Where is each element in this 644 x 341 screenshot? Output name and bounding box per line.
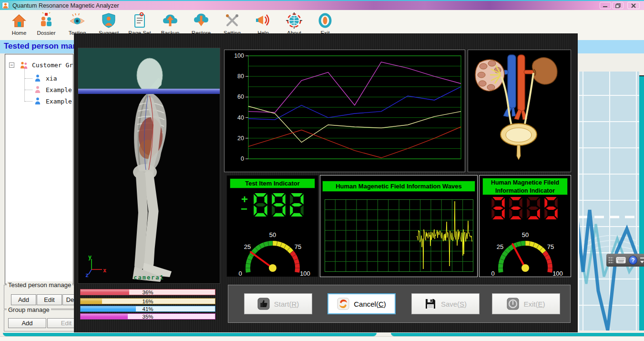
drag-handle-icon[interactable] xyxy=(608,257,613,264)
app-icon xyxy=(2,2,9,9)
progress-bar-3: 41% xyxy=(80,306,215,312)
progress-stack: 36%16%41%35% xyxy=(80,287,216,325)
floppy-icon xyxy=(424,298,437,310)
close-button[interactable] xyxy=(627,2,640,9)
tree-connector-stub xyxy=(25,78,32,79)
action-button-label: Start(R) xyxy=(274,300,299,308)
progress-bar-2: 16% xyxy=(80,298,215,304)
page-set-icon xyxy=(131,12,148,29)
svg-text:50: 50 xyxy=(522,231,529,238)
testing-icon xyxy=(69,12,86,29)
progress-bar-4: 35% xyxy=(80,313,215,320)
svg-text:75: 75 xyxy=(547,243,554,250)
suggest-icon xyxy=(100,12,117,29)
tree-connector-stub xyxy=(25,101,32,102)
action-button-label: Exit(E) xyxy=(523,300,545,308)
svg-text:0: 0 xyxy=(491,270,494,277)
action-button-label: Save(S) xyxy=(441,300,467,308)
customer-group-icon xyxy=(20,62,28,71)
language-bar-options-icon[interactable] xyxy=(640,261,644,263)
window-background-right xyxy=(578,53,644,72)
magnetic-waveform xyxy=(325,199,473,274)
tree-item-label: Example xyxy=(46,98,72,105)
toolbar-item-dossier[interactable]: Dossier xyxy=(32,12,61,39)
progress-label: 36% xyxy=(81,289,215,295)
restore-icon xyxy=(193,12,210,29)
cancel-button[interactable]: Cancel(C) xyxy=(327,293,396,314)
home-icon xyxy=(10,12,28,29)
screen: Quantum Resonance Magnetic Analyzer Home… xyxy=(0,0,644,341)
human-body-model xyxy=(78,48,220,284)
save-button[interactable]: Save(S) xyxy=(411,293,480,314)
maximize-button[interactable] xyxy=(612,2,624,9)
toolbar-item-label: Home xyxy=(5,30,33,36)
magnetic-field-indicator-title-line1: Human Magnetice Fileld xyxy=(483,179,567,187)
tree-item-example[interactable]: Example xyxy=(5,86,73,94)
thumb-up-icon xyxy=(257,298,270,310)
language-bar: ? xyxy=(606,254,644,267)
magnetic-waves-title: Human Magenetic Field Information Waves xyxy=(322,181,475,192)
svg-text:0: 0 xyxy=(238,270,242,277)
test-item-indicator-panel: Test Item Indicator + − 0255075100 xyxy=(226,175,318,277)
svg-text:100: 100 xyxy=(552,270,563,277)
test-item-gauge: 0255075100 xyxy=(227,218,319,279)
tree-connector-stub xyxy=(25,90,32,90)
progress-label: 41% xyxy=(81,306,215,312)
right-kidney xyxy=(532,57,557,84)
progress-label: 35% xyxy=(81,314,215,320)
exit-circle-icon xyxy=(507,298,519,310)
person-icon xyxy=(35,97,41,107)
tree-root-label: Customer Group xyxy=(32,62,73,69)
dossier-icon xyxy=(38,12,55,29)
cancel-swirl-icon xyxy=(337,298,349,310)
test-item-display xyxy=(253,193,304,217)
body-viewport: y x z camera1 xyxy=(78,48,220,284)
person-icon xyxy=(35,74,41,84)
exit-icon xyxy=(317,12,334,29)
progress-label: 16% xyxy=(81,299,215,304)
axis-y-label: y xyxy=(88,254,92,260)
customer-tree-panel: − Customer Group xiaExampleExample xyxy=(5,54,73,284)
progress-bar-1: 36% xyxy=(80,289,215,295)
gm-add-button[interactable]: Add xyxy=(8,318,46,328)
wallpaper-grid-decoration xyxy=(579,72,639,331)
svg-text:100: 100 xyxy=(300,270,310,277)
magnetic-field-indicator-title: Human Magnetice Fileld Information Indic… xyxy=(482,178,568,195)
bottom-status-strip xyxy=(0,336,644,341)
minimize-button[interactable] xyxy=(600,2,611,9)
action-button-label: Cancel(C) xyxy=(354,300,386,308)
magnetic-field-indicator-panel: Human Magnetice Fileld Information Indic… xyxy=(479,175,571,277)
start-button[interactable]: Start(R) xyxy=(244,293,312,314)
tree-item-xia[interactable]: xia xyxy=(5,74,73,83)
window-title: Quantum Resonance Magnetic Analyzer xyxy=(12,2,119,9)
toolbar-item-label: Dossier xyxy=(32,30,61,36)
title-bar: Quantum Resonance Magnetic Analyzer xyxy=(0,0,644,10)
backup-icon xyxy=(162,12,179,29)
tested-person-manage-legend: Tested person manage xyxy=(7,281,72,289)
pm-edit-button[interactable]: Edit xyxy=(37,294,62,305)
magnetic-field-indicator-title-line2: Information Indicator xyxy=(483,187,567,195)
line-chart-panel: 020406080100 xyxy=(224,50,465,172)
exit-button[interactable]: Exit(E) xyxy=(492,293,560,314)
magnetic-field-display xyxy=(491,196,558,220)
magnetic-field-gauge: 0255075100 xyxy=(480,218,572,279)
action-buttons-bar: Start(R)Cancel(C)Save(S)Exit(E) xyxy=(228,285,571,323)
wallpaper-teal-strip xyxy=(639,75,644,331)
toolbar-item-home[interactable]: Home xyxy=(5,12,33,39)
test-item-indicator-title: Test Item Indicator xyxy=(230,178,315,188)
line-chart: 020406080100 xyxy=(225,50,465,174)
svg-text:50: 50 xyxy=(269,231,276,238)
setting-icon xyxy=(224,12,241,29)
tree-item-example[interactable]: Example xyxy=(5,97,73,106)
group-manage-legend: Group manage xyxy=(7,306,51,313)
language-bar-minimize-icon[interactable] xyxy=(640,258,644,258)
minus-sign: − xyxy=(241,203,247,215)
scan-line xyxy=(78,89,220,94)
help-button[interactable]: ? xyxy=(629,256,637,265)
pm-add-button[interactable]: Add xyxy=(11,294,36,305)
help-icon xyxy=(255,12,272,29)
svg-text:40: 40 xyxy=(237,114,244,121)
tree-connector-line xyxy=(24,69,25,102)
tree-root-row[interactable]: Customer Group xyxy=(5,61,73,70)
keyboard-icon[interactable] xyxy=(616,257,626,264)
